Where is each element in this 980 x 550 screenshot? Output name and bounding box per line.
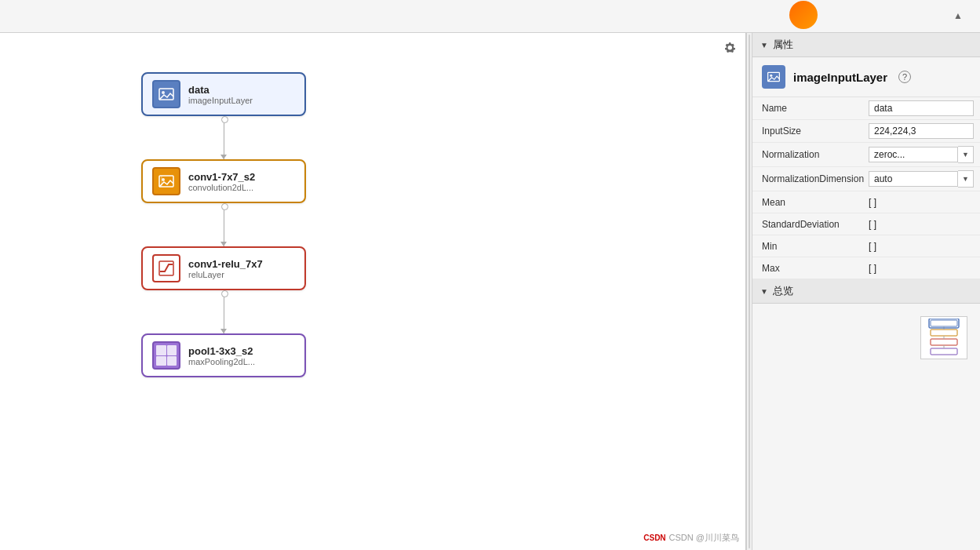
connector-1-2 — [224, 203, 224, 246]
pool-grid — [154, 343, 179, 368]
overview-inner — [914, 310, 974, 366]
prop-value-normalization: zeroc... ▼ — [862, 143, 980, 166]
node-relu[interactable]: conv1-relu_7x7 reluLayer — [141, 246, 306, 290]
prop-row-normdim: NormalizationDimension auto ▼ — [752, 167, 980, 191]
node-wrapper-pool: pool1-3x3_s2 maxPooling2dL... — [141, 333, 306, 377]
node-data[interactable]: data imageInputLayer — [141, 72, 306, 116]
node-wrapper-relu: conv1-relu_7x7 reluLayer — [141, 246, 306, 333]
node-icon-input — [152, 80, 180, 108]
prop-label-stddev: StandardDeviation — [752, 215, 862, 234]
normdim-select-wrapper: auto ▼ — [869, 170, 974, 188]
help-icon-label: ? — [902, 72, 907, 82]
svg-rect-11 — [931, 348, 957, 355]
node-title-conv1: conv1-7x7_s2 — [188, 171, 255, 183]
main-area: data imageInputLayer — [0, 33, 980, 550]
node-text-conv1: conv1-7x7_s2 convolution2dL... — [188, 171, 255, 192]
node-title-data: data — [188, 84, 253, 96]
prop-value-max: [ ] — [862, 260, 980, 277]
normdim-dropdown-btn[interactable]: ▼ — [958, 170, 974, 188]
vertical-scrollbar[interactable] — [746, 33, 752, 550]
canvas-area: data imageInputLayer — [0, 33, 746, 550]
canvas-toolbar — [722, 39, 739, 56]
node-title-pool: pool1-3x3_s2 — [188, 345, 255, 357]
svg-point-3 — [162, 178, 165, 181]
node-pool[interactable]: pool1-3x3_s2 maxPooling2dL... — [141, 333, 306, 377]
prop-label-mean: Mean — [752, 193, 862, 212]
node-text-relu: conv1-relu_7x7 reluLayer — [188, 258, 263, 279]
right-panel: ▼ 属性 imageInputLayer ? Name — [752, 33, 980, 550]
node-subtitle-pool: maxPooling2dL... — [188, 357, 255, 366]
prop-row-mean: Mean [ ] — [752, 191, 980, 213]
node-title-relu: conv1-relu_7x7 — [188, 258, 263, 270]
layer-icon-small — [762, 65, 785, 89]
node-icon-pool — [152, 341, 180, 370]
help-button[interactable]: ? — [898, 71, 911, 83]
prop-row-inputsize: InputSize — [752, 120, 980, 143]
properties-table: Name InputSize Normalization zeroc... — [752, 97, 980, 279]
prop-value-name — [862, 97, 980, 119]
overview-content — [752, 304, 980, 372]
gear-button[interactable] — [722, 39, 739, 56]
node-conv1[interactable]: conv1-7x7_s2 convolution2dL... — [141, 159, 306, 203]
prop-row-name: Name — [752, 97, 980, 120]
prop-label-normalization: Normalization — [752, 145, 862, 164]
prop-input-name[interactable] — [869, 100, 974, 116]
network-container: data imageInputLayer — [141, 72, 306, 377]
prop-label-name: Name — [752, 99, 862, 118]
prop-label-normdim: NormalizationDimension — [752, 169, 862, 188]
node-subtitle-data: imageInputLayer — [188, 96, 253, 105]
node-wrapper-conv1: conv1-7x7_s2 convolution2dL... — [141, 159, 306, 246]
prop-label-max: Max — [752, 259, 862, 278]
overview-section: ▼ 总览 — [752, 279, 980, 550]
svg-point-1 — [162, 91, 165, 94]
overview-section-header[interactable]: ▼ 总览 — [752, 279, 980, 304]
app-logo — [789, 1, 818, 29]
connector-0-1 — [224, 116, 224, 159]
top-bar: ▲ — [0, 0, 980, 33]
prop-row-stddev: StandardDeviation [ ] — [752, 213, 980, 235]
scroll-thumb[interactable] — [749, 35, 750, 548]
node-wrapper-data: data imageInputLayer — [141, 72, 306, 159]
normdim-select-text: auto — [869, 171, 958, 187]
overview-arrow-icon: ▼ — [760, 287, 768, 296]
node-subtitle-conv1: convolution2dL... — [188, 183, 255, 192]
node-text-pool: pool1-3x3_s2 maxPooling2dL... — [188, 345, 255, 366]
prop-input-inputsize[interactable] — [869, 123, 974, 139]
node-subtitle-relu: reluLayer — [188, 270, 263, 279]
svg-rect-9 — [931, 330, 957, 336]
prop-value-mean: [ ] — [862, 194, 980, 211]
prop-label-min: Min — [752, 237, 862, 256]
node-text-data: data imageInputLayer — [188, 84, 253, 105]
prop-value-stddev: [ ] — [862, 216, 980, 233]
prop-row-min: Min [ ] — [752, 235, 980, 257]
normalization-select-text: zeroc... — [869, 147, 958, 162]
watermark-text: CSDN @川川菜鸟 — [669, 532, 739, 544]
node-icon-conv — [152, 167, 180, 195]
node-icon-relu — [152, 254, 180, 282]
prop-label-inputsize: InputSize — [752, 122, 862, 140]
properties-section-header[interactable]: ▼ 属性 — [752, 33, 980, 57]
prop-value-normdim: auto ▼ — [862, 167, 980, 191]
layer-header: imageInputLayer ? — [752, 57, 980, 97]
connector-2-3 — [224, 290, 224, 333]
svg-rect-8 — [931, 320, 957, 326]
layer-name-text: imageInputLayer — [793, 71, 887, 84]
svg-point-7 — [770, 75, 772, 77]
properties-title: 属性 — [773, 38, 793, 52]
watermark: CSDN CSDN @川川菜鸟 — [643, 532, 739, 544]
prop-value-min: [ ] — [862, 238, 980, 255]
prop-value-inputsize — [862, 120, 980, 142]
csdn-logo: CSDN — [643, 534, 665, 542]
prop-row-max: Max [ ] — [752, 257, 980, 279]
normalization-dropdown-btn[interactable]: ▼ — [958, 146, 974, 163]
properties-arrow-icon: ▼ — [760, 41, 768, 49]
prop-row-normalization: Normalization zeroc... ▼ — [752, 143, 980, 167]
normalization-select-wrapper: zeroc... ▼ — [869, 146, 974, 163]
overview-minimap — [920, 316, 967, 359]
scroll-up-icon: ▲ — [953, 9, 963, 21]
svg-rect-10 — [931, 339, 957, 345]
overview-title: 总览 — [773, 284, 793, 298]
